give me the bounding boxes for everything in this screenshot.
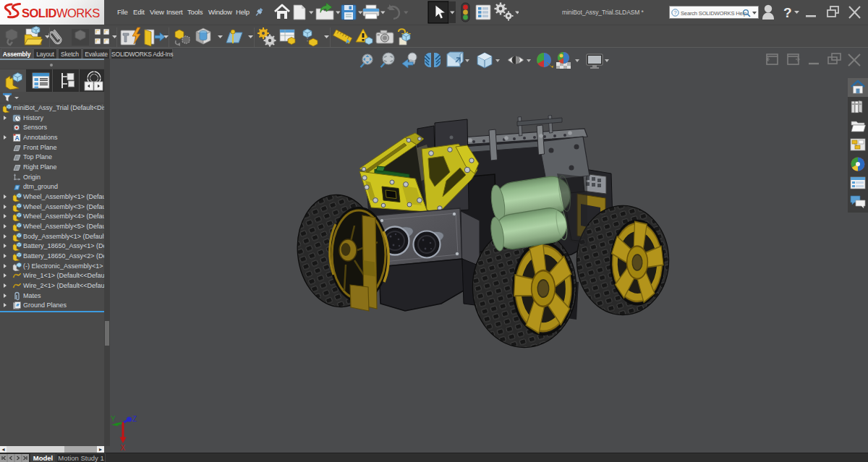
svg-text:?: ? — [673, 9, 676, 16]
svg-text:?: ? — [783, 5, 792, 20]
svg-text:SOLIDWORKS: SOLIDWORKS — [22, 7, 100, 20]
svg-text:Z: Z — [132, 415, 137, 423]
svg-text:X: X — [121, 444, 126, 452]
svg-text:Y: Y — [111, 415, 116, 423]
